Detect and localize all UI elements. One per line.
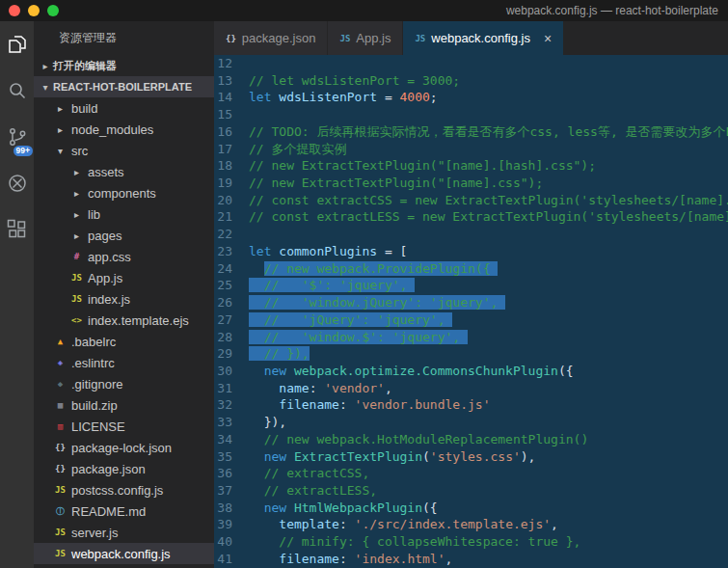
- tree-item-.babelrc[interactable]: ▲.babelrc: [34, 331, 214, 352]
- line-number: 22: [214, 226, 249, 243]
- tree-item-index.js[interactable]: JSindex.js: [34, 288, 214, 310]
- close-icon[interactable]: ×: [544, 31, 552, 46]
- info-icon: ⓘ: [52, 505, 68, 518]
- tree-item-server.js[interactable]: JSserver.js: [34, 522, 214, 543]
- code-text: // }),: [249, 345, 310, 363]
- line-number: 24: [214, 260, 249, 278]
- code-line-34[interactable]: 34 // new webpack.HotModuleReplacementPl…: [214, 431, 728, 448]
- code-text: template: './src/index.template.ejs',: [249, 516, 558, 533]
- extensions-icon[interactable]: [0, 206, 34, 253]
- code-line-13[interactable]: 13// let wdsListenPort = 3000;: [214, 72, 728, 90]
- code-line-33[interactable]: 33 }),: [214, 414, 728, 431]
- tab-package.json[interactable]: {}package.json: [214, 21, 328, 55]
- tree-item-index.template.ejs[interactable]: <>index.template.ejs: [34, 310, 214, 331]
- code-line-37[interactable]: 37 // extractLESS,: [214, 482, 728, 500]
- line-number: 31: [214, 380, 249, 397]
- line-number: 23: [214, 243, 249, 260]
- window-title: webpack.config.js — react-hot-boilerplat…: [506, 0, 718, 21]
- code-line-12[interactable]: 12: [214, 55, 728, 72]
- tree-item-src[interactable]: ▾src: [34, 140, 214, 161]
- code-line-30[interactable]: 30 new webpack.optimize.CommonsChunkPlug…: [214, 363, 728, 380]
- line-number: 20: [214, 192, 249, 209]
- project-section[interactable]: ▾ REACT-HOT-BOILERPLATE: [34, 76, 214, 97]
- code-line-24[interactable]: 24 // new webpack.ProvidePlugin({: [214, 260, 728, 278]
- search-icon[interactable]: [0, 68, 34, 114]
- file-label: pages: [88, 229, 121, 243]
- vscode-window: webpack.config.js — react-hot-boilerplat…: [0, 0, 728, 568]
- line-number: 41: [214, 551, 249, 568]
- source-control-icon[interactable]: 99+: [0, 114, 34, 160]
- debug-icon[interactable]: [0, 160, 34, 206]
- eslint-icon: ◈: [52, 358, 68, 367]
- code-line-41[interactable]: 41 filename: 'index.html',: [214, 551, 728, 568]
- code-text: // '$': 'jquery',: [249, 277, 415, 294]
- project-label: REACT-HOT-BOILERPLATE: [53, 81, 192, 93]
- code-line-22[interactable]: 22: [214, 226, 728, 243]
- js-icon: JS: [68, 273, 85, 283]
- babel-icon: ▲: [52, 337, 68, 346]
- code-text: new ExtractTextPlugin('styles.css'),: [249, 448, 535, 466]
- code-line-21[interactable]: 21// const extractLESS = new ExtractText…: [214, 208, 728, 226]
- tab-webpack.config.js[interactable]: JSwebpack.config.js×: [403, 21, 564, 55]
- chevron-down-icon: ▾: [38, 82, 53, 93]
- tree-item-build.zip[interactable]: ▦build.zip: [34, 394, 214, 416]
- code-line-28[interactable]: 28 // 'window.$': 'jquery',: [214, 329, 728, 346]
- file-label: node_modules: [71, 122, 153, 137]
- tree-item-postcss.config.js[interactable]: JSpostcss.config.js: [34, 479, 214, 500]
- code-text: let wdsListenPort = 4000;: [249, 89, 438, 106]
- code-text: // TODO: 后续再根据实际情况，看看是否有多个css, less等, 是否…: [249, 123, 728, 141]
- tree-item-build[interactable]: ▸build: [34, 97, 214, 119]
- code-line-40[interactable]: 40 // minify: { collapseWhitespace: true…: [214, 533, 728, 551]
- file-label: server.js: [71, 526, 118, 540]
- code-line-17[interactable]: 17// 多个提取实例: [214, 141, 728, 158]
- line-number: 17: [214, 141, 249, 158]
- tree-item-components[interactable]: ▸components: [34, 182, 214, 203]
- code-line-31[interactable]: 31 name: 'vendor',: [214, 380, 728, 397]
- tree-item-package-lock.json[interactable]: {}package-lock.json: [34, 437, 214, 458]
- file-label: build: [71, 101, 97, 116]
- tree-item-app.css[interactable]: #app.css: [34, 246, 214, 267]
- tree-item-node_modules[interactable]: ▸node_modules: [34, 119, 214, 140]
- file-label: app.css: [88, 250, 131, 264]
- code-line-25[interactable]: 25 // '$': 'jquery',: [214, 277, 728, 294]
- code-editor[interactable]: 1213// let wdsListenPort = 3000;14let wd…: [214, 55, 728, 568]
- code-line-39[interactable]: 39 template: './src/index.template.ejs',: [214, 516, 728, 533]
- tree-item-.gitignore[interactable]: ◆.gitignore: [34, 373, 214, 394]
- code-line-26[interactable]: 26 // 'window.jQuery': 'jquery',: [214, 294, 728, 311]
- maximize-window-button[interactable]: [47, 5, 59, 16]
- close-window-button[interactable]: [9, 5, 20, 16]
- code-line-14[interactable]: 14let wdsListenPort = 4000;: [214, 89, 728, 106]
- code-text: // extractCSS,: [249, 465, 369, 482]
- tree-item-lib[interactable]: ▸lib: [34, 203, 214, 225]
- line-number: 33: [214, 414, 249, 431]
- minimize-window-button[interactable]: [28, 5, 40, 16]
- tree-item-LICENSE[interactable]: ▥LICENSE: [34, 416, 214, 437]
- tree-item-README.md[interactable]: ⓘREADME.md: [34, 500, 214, 522]
- tab-App.js[interactable]: JSApp.js: [328, 21, 403, 55]
- line-number: 16: [214, 123, 249, 141]
- code-text: // new webpack.ProvidePlugin({: [249, 260, 498, 278]
- code-line-27[interactable]: 27 // 'jQuery': 'jquery',: [214, 311, 728, 329]
- tree-item-assets[interactable]: ▸assets: [34, 161, 214, 182]
- tree-item-webpack.config.js[interactable]: JSwebpack.config.js: [34, 543, 214, 564]
- code-line-15[interactable]: 15: [214, 106, 728, 123]
- code-line-19[interactable]: 19// new ExtractTextPlugin("[name].css")…: [214, 175, 728, 192]
- code-line-23[interactable]: 23let commonPlugins = [: [214, 243, 728, 260]
- code-line-20[interactable]: 20// const extractCSS = new ExtractTextP…: [214, 192, 728, 209]
- code-line-38[interactable]: 38 new HtmlWebpackPlugin({: [214, 500, 728, 517]
- explorer-icon[interactable]: [0, 21, 34, 68]
- tree-item-pages[interactable]: ▸pages: [34, 225, 214, 246]
- line-number: 28: [214, 329, 249, 346]
- tree-item-.eslintrc[interactable]: ◈.eslintrc: [34, 352, 214, 373]
- code-line-36[interactable]: 36 // extractCSS,: [214, 465, 728, 482]
- file-label: build.zip: [71, 398, 118, 413]
- tree-item-App.js[interactable]: JSApp.js: [34, 267, 214, 288]
- chevron-right-icon: ▸: [68, 188, 85, 199]
- code-line-32[interactable]: 32 filename: 'vendor.bundle.js': [214, 396, 728, 414]
- code-line-29[interactable]: 29 // }),: [214, 345, 728, 363]
- code-line-16[interactable]: 16// TODO: 后续再根据实际情况，看看是否有多个css, less等, …: [214, 123, 728, 141]
- code-line-35[interactable]: 35 new ExtractTextPlugin('styles.css'),: [214, 448, 728, 466]
- open-editors-section[interactable]: ▸ 打开的编辑器: [34, 55, 214, 76]
- tree-item-package.json[interactable]: {}package.json: [34, 458, 214, 479]
- code-line-18[interactable]: 18// new ExtractTextPlugin("[name].[hash…: [214, 157, 728, 175]
